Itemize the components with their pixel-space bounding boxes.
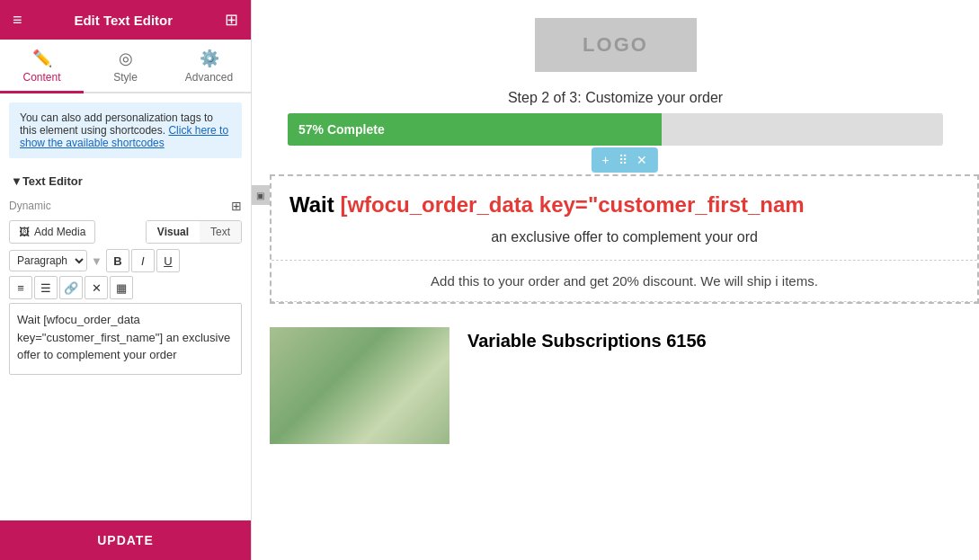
editor-top-bar: Dynamic ⊞: [9, 195, 242, 217]
bold-button[interactable]: B: [106, 249, 129, 272]
step-text: Step 2 of 3: Customize your order: [252, 81, 979, 113]
bottom-bar: UPDATE: [0, 520, 251, 560]
info-box: You can also add personalization tags to…: [9, 102, 242, 158]
add-media-icon: 🖼: [19, 226, 30, 238]
product-details: Variable Subscriptions 6156: [467, 327, 707, 351]
link-icon[interactable]: 🔗: [59, 276, 83, 299]
format-bar: Paragraph ▼ B I U: [9, 249, 242, 272]
section-header[interactable]: ▼ Text Editor: [0, 167, 251, 195]
text-editor-content[interactable]: Wait [wfocu_order_data key="customer_fir…: [9, 303, 242, 375]
handle-icon: ▣: [256, 191, 264, 200]
tab-content-label: Content: [22, 71, 60, 84]
tab-style[interactable]: ◎ Style: [84, 40, 167, 93]
ft-close-button[interactable]: ✕: [633, 151, 651, 169]
editor-buttons-row: 🖼 Add Media Visual Text: [9, 220, 242, 244]
widget-handle[interactable]: ▣: [252, 185, 270, 205]
add-media-button[interactable]: 🖼 Add Media: [9, 220, 95, 244]
visual-text-tabs: Visual Text: [146, 220, 242, 244]
italic-button[interactable]: I: [131, 249, 155, 272]
align-center-icon[interactable]: ☰: [34, 276, 58, 299]
format-bar2: ≡ ☰ 🔗 ✕ ▦: [9, 276, 242, 299]
tab-advanced[interactable]: ⚙️ Advanced: [167, 40, 251, 93]
align-left-icon[interactable]: ≡: [9, 276, 32, 299]
section-label: Text Editor: [22, 174, 83, 188]
hamburger-icon[interactable]: ≡: [13, 11, 22, 30]
subtext-area: an exclusive offer to complement your or…: [271, 222, 977, 261]
tabs-bar: ✏️ Content ◎ Style ⚙️ Advanced: [0, 40, 251, 93]
update-button[interactable]: UPDATE: [97, 533, 154, 547]
tab-style-label: Style: [113, 71, 138, 84]
style-icon: ◎: [119, 49, 133, 68]
logo-text: LOGO: [583, 33, 648, 57]
page-content: LOGO Step 2 of 3: Customize your order 5…: [252, 0, 979, 560]
visual-tab[interactable]: Visual: [147, 221, 200, 243]
tab-content[interactable]: ✏️ Content: [0, 40, 84, 93]
top-bar: ≡ Edit Text Editor ⊞: [0, 0, 251, 40]
collapse-arrow-icon: ▼: [11, 174, 22, 188]
product-title: Variable Subscriptions 6156: [467, 327, 707, 351]
heading-shortcode: [wfocu_order_data key="customer_first_na…: [340, 192, 804, 217]
progress-label: 57% Complete: [298, 122, 385, 137]
dynamic-grid-icon[interactable]: ⊞: [231, 199, 242, 213]
content-icon: ✏️: [32, 49, 52, 68]
step-label: Step 2 of 3: Customize your order: [508, 90, 723, 105]
editor-text: Wait [wfocu_order_data key="customer_fir…: [17, 313, 230, 361]
table-icon[interactable]: ▦: [110, 276, 133, 299]
remove-format-icon[interactable]: ✕: [85, 276, 108, 299]
panel-title: Edit Text Editor: [74, 13, 173, 28]
offer-text-area: Add this to your order and get 20% disco…: [271, 261, 977, 302]
ft-move-button[interactable]: ⠿: [615, 151, 631, 169]
text-tab[interactable]: Text: [200, 221, 241, 243]
left-panel: ≡ Edit Text Editor ⊞ ✏️ Content ◎ Style …: [0, 0, 252, 560]
format-select[interactable]: Paragraph: [9, 250, 87, 271]
product-image: [270, 327, 449, 444]
floating-toolbar: + ⠿ ✕: [591, 147, 657, 173]
add-media-label: Add Media: [34, 226, 85, 238]
progress-container: 57% Complete: [288, 113, 943, 146]
underline-button[interactable]: U: [156, 249, 180, 272]
progress-bar: 57% Complete: [288, 113, 662, 146]
product-row: Variable Subscriptions 6156: [252, 313, 979, 458]
main-heading: Wait [wfocu_order_data key="customer_fir…: [271, 176, 977, 222]
grid-icon[interactable]: ⊞: [225, 10, 238, 30]
subtext-content: an exclusive offer to complement your or…: [491, 229, 758, 244]
editor-area: Dynamic ⊞ 🖼 Add Media Visual Text Paragr…: [0, 195, 251, 520]
advanced-icon: ⚙️: [200, 49, 219, 68]
logo-box: LOGO: [535, 18, 697, 72]
ft-add-button[interactable]: +: [598, 151, 612, 169]
heading-prefix: Wait: [289, 192, 340, 217]
dynamic-label: Dynamic: [9, 200, 51, 212]
logo-area: LOGO: [252, 0, 979, 81]
widget-selected-area: + ⠿ ✕ ▣ Wait [wfocu_order_data key="cust…: [270, 174, 979, 304]
offer-text: Add this to your order and get 20% disco…: [431, 273, 818, 289]
right-content: LOGO Step 2 of 3: Customize your order 5…: [252, 0, 979, 560]
tab-advanced-label: Advanced: [185, 71, 233, 84]
